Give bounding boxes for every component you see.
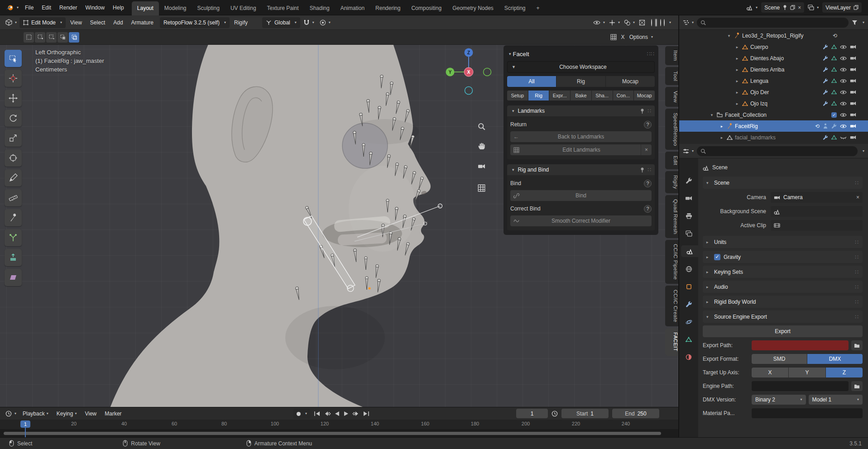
tab-texture-paint[interactable]: Texture Paint	[262, 1, 304, 15]
tab-render[interactable]	[681, 192, 696, 204]
camera-icon[interactable]	[850, 78, 856, 83]
outliner-row-faceitrig-selected[interactable]: ▸ FaceitRig ⟲	[679, 120, 868, 132]
drag-grip-icon[interactable]: ∷∷	[647, 51, 655, 57]
subtab-shapes[interactable]: Sha...	[592, 91, 613, 100]
editor-separator[interactable]	[678, 15, 679, 437]
xray-toggle[interactable]	[639, 19, 645, 26]
format-dmx-button[interactable]: DMX	[807, 354, 863, 364]
outliner-row-mesh[interactable]: ▸ Dientes Arriba	[679, 64, 868, 75]
folder-button[interactable]	[851, 381, 863, 391]
menu-view[interactable]: View	[67, 17, 86, 28]
drag-grip-icon[interactable]: ∷	[855, 284, 859, 290]
menu-rigify[interactable]: Rigify	[230, 17, 251, 28]
tab-compositing[interactable]: Compositing	[406, 1, 447, 15]
subtab-expressions[interactable]: Expr...	[549, 91, 570, 100]
modifier-wrench-icon[interactable]	[823, 78, 828, 84]
active-clip-selector[interactable]	[771, 220, 863, 231]
library-sync-icon[interactable]: ⟲	[815, 123, 820, 129]
tab-scripting[interactable]: Scripting	[499, 1, 531, 15]
disclosure-icon[interactable]: ▸	[719, 135, 724, 140]
blender-logo-icon[interactable]: ▾	[4, 4, 21, 11]
tab-rendering[interactable]: Rendering	[370, 1, 406, 15]
tab-view-layer[interactable]	[681, 228, 696, 239]
chevron-down-icon[interactable]: ▾	[669, 21, 671, 24]
tab-ccic-pipeline[interactable]: CC/iC Pipeline	[665, 240, 678, 284]
collapse-icon[interactable]: ▾	[512, 168, 514, 172]
menu-keying[interactable]: Keying▾	[53, 408, 81, 419]
menu-help[interactable]: Help	[109, 2, 128, 13]
subtab-bake[interactable]: Bake	[571, 91, 591, 100]
drag-grip-icon[interactable]: ∷	[647, 108, 652, 114]
background-scene-selector[interactable]	[771, 206, 863, 217]
start-frame-field[interactable]: Start 1	[561, 409, 609, 418]
smooth-correct-button[interactable]: Smooth Correct Modifier	[510, 215, 652, 226]
close-icon[interactable]: ×	[856, 194, 859, 201]
disclosure-icon[interactable]: ▾	[709, 113, 715, 117]
tool-rotate[interactable]	[5, 110, 22, 127]
camera-icon[interactable]	[850, 112, 856, 117]
format-smd-button[interactable]: SMD	[752, 354, 807, 364]
disclosure-icon[interactable]: ▸	[734, 45, 740, 49]
gravity-checkbox[interactable]: ✓	[714, 254, 720, 260]
menu-add[interactable]: Add	[110, 17, 126, 28]
tab-tool[interactable]: Tool	[665, 67, 678, 85]
tab-faceit[interactable]: FACEIT	[665, 328, 678, 355]
outliner-row-mesh[interactable]: ▸ Ojo Der	[679, 86, 868, 98]
camera-view-button[interactable]	[475, 159, 488, 173]
close-icon[interactable]: ×	[641, 144, 652, 155]
options-dropdown[interactable]: Options ▾	[629, 34, 653, 40]
disclosure-icon[interactable]: ▸	[719, 124, 724, 129]
menu-select[interactable]: Select	[86, 17, 109, 28]
camera-icon[interactable]	[850, 56, 856, 61]
tool-bone-extrude[interactable]	[5, 229, 22, 246]
axis-y-button[interactable]: Y	[789, 368, 825, 377]
tool-measure[interactable]	[5, 189, 22, 206]
pan-hand-button[interactable]	[475, 139, 488, 153]
material-path-field[interactable]	[752, 408, 863, 418]
camera-icon[interactable]	[850, 67, 856, 72]
tab-edit[interactable]: Edit	[665, 152, 678, 169]
camera-icon[interactable]	[850, 44, 856, 49]
eye-closed-icon[interactable]	[840, 135, 847, 140]
modifier-wrench-icon[interactable]	[823, 56, 828, 61]
filter-funnel-icon[interactable]	[852, 20, 858, 25]
proportional-editing-toggle[interactable]: ▾	[317, 19, 333, 26]
close-icon[interactable]: ×	[798, 5, 801, 11]
tab-object-data[interactable]	[681, 334, 696, 345]
eye-icon[interactable]	[840, 45, 847, 49]
menu-armature[interactable]: Armature	[128, 17, 157, 28]
current-frame-field[interactable]: 1	[516, 409, 548, 418]
previous-keyframe-button[interactable]	[324, 411, 331, 416]
play-button[interactable]	[343, 411, 349, 416]
mesh-data-icon[interactable]	[831, 101, 837, 106]
modifier-wrench-icon[interactable]	[823, 44, 828, 50]
eye-icon[interactable]	[840, 56, 847, 61]
camera-selector[interactable]: Camera ×	[771, 192, 863, 203]
tool-transform[interactable]	[5, 149, 22, 167]
camera-icon[interactable]	[850, 135, 856, 140]
jump-to-start-button[interactable]	[313, 411, 321, 416]
pin-icon[interactable]	[782, 5, 787, 10]
overlays-dropdown[interactable]: ▾	[624, 19, 635, 26]
outliner-row-mesh[interactable]: ▸ Dientes Abajo	[679, 53, 868, 64]
tab-uv-editing[interactable]: UV Editing	[225, 1, 262, 15]
tab-rigify[interactable]: Rigify	[665, 171, 678, 193]
bind-button[interactable]: Bind	[510, 190, 652, 201]
drag-grip-icon[interactable]: ∷	[855, 180, 859, 186]
select-mode-subtract-button[interactable]	[46, 32, 57, 43]
axis-x-button[interactable]: X	[752, 368, 788, 377]
tab-world[interactable]	[681, 263, 696, 275]
select-mode-invert-button[interactable]	[58, 32, 68, 43]
camera-icon[interactable]	[850, 90, 856, 95]
tab-modifiers[interactable]	[681, 298, 696, 310]
clock-icon[interactable]	[551, 411, 558, 417]
viewport-3d[interactable]: Z Y X X Options ▾ Left Orthographic (1) …	[0, 30, 678, 407]
export-path-field[interactable]	[752, 340, 849, 350]
modifier-wrench-icon[interactable]	[823, 135, 828, 140]
subtab-rig[interactable]: Rig	[528, 91, 549, 100]
tab-ccic-create[interactable]: CC/iC Create	[665, 286, 678, 326]
drag-grip-icon[interactable]: ∷	[855, 314, 859, 320]
play-reverse-button[interactable]	[334, 411, 340, 416]
mode-dropdown[interactable]: Edit Mode ▾	[19, 17, 66, 28]
tool-move[interactable]	[5, 90, 22, 107]
